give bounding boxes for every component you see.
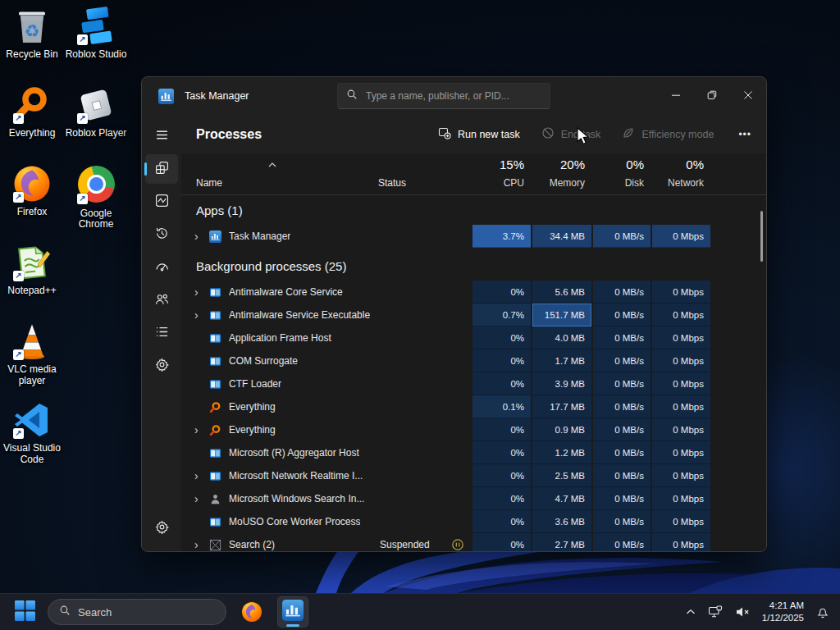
sidebar-item-app-history[interactable]: [145, 220, 178, 249]
process-name: COM Surrogate: [229, 355, 298, 367]
process-row[interactable]: COM Surrogate 0% 1.7 MB 0 MB/s 0 Mbps: [181, 349, 766, 372]
more-options-button[interactable]: •••: [735, 129, 755, 140]
sidebar-item-startup-apps[interactable]: [145, 253, 178, 282]
chevron-right-icon[interactable]: ›: [194, 539, 209, 550]
desktop-icon-roblox-player[interactable]: ↗ Roblox Player: [62, 85, 130, 139]
suspended-pause-icon: [451, 331, 464, 345]
process-search-input[interactable]: [364, 89, 541, 103]
desktop-icon-vlc-media-player[interactable]: ↗ VLC media player: [0, 322, 66, 387]
process-rows: Apps (1) › Task Manager 3.7% 34.4 MB 0 M…: [181, 195, 766, 551]
taskbar-firefox-button[interactable]: [236, 596, 267, 628]
memory-cell: 4.7 MB: [532, 487, 591, 510]
process-row[interactable]: MoUSO Core Worker Process 0% 3.6 MB 0 MB…: [181, 510, 766, 533]
process-row[interactable]: › Microsoft Windows Search In... 0% 4.7 …: [181, 487, 766, 510]
column-header-cpu[interactable]: 15% CPU: [472, 153, 531, 194]
app-icon: ↗: [76, 166, 116, 205]
process-row[interactable]: › Microsoft Network Realtime I... 0% 2.5…: [181, 464, 766, 487]
process-group-header[interactable]: Apps (1): [181, 195, 766, 225]
cpu-cell: 0%: [472, 372, 531, 395]
process-row[interactable]: Application Frame Host 0% 4.0 MB 0 MB/s …: [181, 326, 766, 349]
process-group-header[interactable]: Background processes (25): [181, 248, 766, 281]
notification-bell-icon[interactable]: [816, 605, 829, 619]
desktop-icon-label: Everything: [0, 128, 66, 139]
desktop-icon-google-chrome[interactable]: ↗ Google Chrome: [62, 164, 130, 231]
desktop-icon-recycle-bin[interactable]: ♻ ↗ Recycle Bin: [0, 7, 66, 61]
sidebar-item-details[interactable]: [145, 318, 178, 348]
process-row[interactable]: › Antimalware Service Executable 0.7% 15…: [181, 304, 766, 326]
process-row[interactable]: Everything 0.1% 17.7 MB 0 MB/s 0 Mbps: [181, 395, 766, 418]
vertical-scrollbar[interactable]: [760, 211, 763, 262]
chevron-right-icon[interactable]: ›: [194, 309, 209, 321]
toolbar: Processes Run new task End task Efficien…: [181, 115, 766, 153]
hidden-icons-chevron[interactable]: [686, 609, 696, 615]
shortcut-arrow-icon: ↗: [77, 34, 88, 45]
process-row[interactable]: › Antimalware Core Service 0% 5.6 MB 0 M…: [181, 281, 766, 304]
desktop-icon-notepad-[interactable]: ↗ Notepad++: [0, 243, 66, 297]
network-cell: 0 Mbps: [652, 510, 710, 533]
nav-history-icon: [155, 226, 169, 244]
sidebar-item-users[interactable]: [145, 285, 178, 315]
suspended-pause-icon: [451, 354, 464, 368]
chevron-right-icon[interactable]: ›: [194, 286, 209, 298]
desktop-icon-visual-studio-code[interactable]: ↗ Visual Studio Code: [0, 400, 66, 466]
process-search-box[interactable]: [337, 83, 550, 109]
chevron-right-icon[interactable]: ›: [194, 424, 209, 436]
shortcut-arrow-icon: ↗: [13, 192, 24, 203]
close-button[interactable]: [730, 77, 766, 115]
shortcut-arrow-icon: ↗: [13, 113, 24, 124]
disk-cell: 0 MB/s: [593, 349, 651, 372]
cpu-cell: 0%: [472, 464, 531, 487]
column-header-memory[interactable]: 20% Memory: [532, 153, 591, 194]
memory-cell: 3.9 MB: [532, 372, 591, 395]
column-header-network[interactable]: 0% Network: [652, 153, 710, 194]
chevron-right-icon[interactable]: ›: [194, 470, 209, 482]
mouse-cursor: [575, 127, 591, 145]
menu-toggle-button[interactable]: [145, 121, 178, 151]
desktop-icon-firefox[interactable]: ↗ Firefox: [0, 164, 66, 218]
column-header-disk[interactable]: 0% Disk: [593, 153, 651, 194]
sidebar-item-performance[interactable]: [145, 187, 178, 217]
efficiency-mode-button[interactable]: Efficiency mode: [622, 126, 714, 142]
network-cell: 0 Mbps: [652, 372, 710, 395]
column-header-name[interactable]: Name: [196, 177, 222, 189]
disk-cell: 0 MB/s: [593, 464, 651, 487]
taskbar-task-manager-button[interactable]: [277, 596, 308, 628]
process-row[interactable]: › Everything 0% 0.9 MB 0 MB/s 0 Mbps: [181, 418, 766, 441]
cpu-cell: 0%: [472, 281, 531, 304]
column-header-status[interactable]: Status: [378, 177, 406, 189]
desktop-icon-everything[interactable]: ↗ Everything: [0, 85, 66, 139]
disk-cell: 0 MB/s: [593, 281, 651, 304]
start-button[interactable]: [8, 596, 41, 628]
taskbar-clock[interactable]: 4:21 AM 1/12/2025: [762, 600, 804, 624]
process-icon: [209, 378, 221, 390]
process-row[interactable]: › Task Manager 3.7% 34.4 MB 0 MB/s 0 Mbp…: [181, 225, 766, 248]
cpu-cell: 0.1%: [472, 395, 531, 418]
shortcut-arrow-icon: ↗: [13, 428, 24, 439]
process-name: Antimalware Core Service: [229, 286, 343, 298]
taskbar-search[interactable]: Search: [48, 599, 226, 625]
process-row[interactable]: CTF Loader 0% 3.9 MB 0 MB/s 0 Mbps: [181, 372, 766, 395]
sidebar-item-settings[interactable]: [145, 514, 178, 543]
sidebar-item-processes[interactable]: [145, 154, 178, 184]
process-icon: [209, 286, 221, 299]
windows-logo-icon: [15, 600, 35, 624]
desktop-icon-roblox-studio[interactable]: ↗ Roblox Studio: [62, 7, 130, 61]
task-manager-app-icon: [158, 89, 174, 104]
process-row[interactable]: Microsoft (R) Aggregator Host 0% 1.2 MB …: [181, 441, 766, 464]
run-new-task-button[interactable]: Run new task: [438, 126, 520, 142]
sidebar-item-services[interactable]: [145, 351, 178, 381]
chevron-right-icon[interactable]: ›: [194, 231, 209, 242]
shortcut-arrow-icon: ↗: [77, 194, 88, 204]
chevron-right-icon[interactable]: ›: [194, 493, 209, 504]
gear-icon: [155, 520, 169, 537]
titlebar[interactable]: Task Manager: [142, 77, 766, 115]
process-row[interactable]: › Search (2) Suspended 0% 2.7 MB 0 MB/s …: [181, 533, 766, 551]
clock-time: 4:21 AM: [762, 600, 804, 612]
minimize-button[interactable]: [658, 77, 694, 115]
system-tray: 4:21 AM 1/12/2025: [686, 600, 840, 624]
end-task-button[interactable]: End task: [541, 126, 601, 142]
network-icon[interactable]: [708, 605, 723, 619]
maximize-button[interactable]: [694, 77, 730, 115]
restore-icon: [707, 89, 717, 103]
volume-muted-icon[interactable]: [735, 605, 750, 619]
